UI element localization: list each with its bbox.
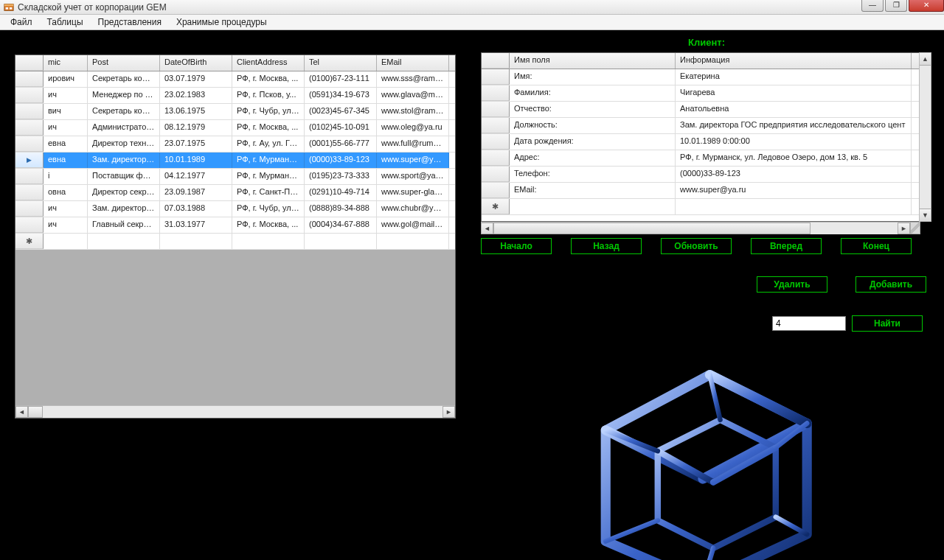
cell-email[interactable]: www.chubr@ya.ru [377,201,449,217]
cell-mic[interactable]: ирович [44,71,88,87]
clients-grid-hscroll[interactable]: ◄ ► [15,405,455,418]
cell-tel[interactable]: (0102)45-10-091 [305,120,377,136]
cell-tel[interactable]: (0004)34-67-888 [305,217,377,233]
cell-tel[interactable]: (0888)89-34-888 [305,201,377,217]
cell-info[interactable]: (0000)33-89-123 [676,167,912,182]
scroll-up-icon[interactable]: ▲ [920,53,931,66]
cell-tel[interactable]: (0195)23-73-333 [305,169,377,184]
cell-info[interactable]: 10.01.1989 0:00:00 [676,134,912,150]
table-row[interactable]: овнаДиректор секре...23.09.1987РФ, г. Са… [15,185,455,201]
cell-dob[interactable]: 13.06.1975 [160,104,232,119]
cell-email[interactable]: www.full@rumble... [377,136,449,152]
cell-info[interactable]: Зам. директора ГОС предприятия исследова… [676,118,912,133]
cell-email[interactable]: www.super@ya.ru [377,153,449,168]
col-dob[interactable]: DateOfBirth [160,55,232,71]
cell-post[interactable]: Директор техни... [88,136,160,152]
cell-post[interactable]: Зам. директора ... [88,201,160,217]
cell-dob[interactable]: 04.12.1977 [160,169,232,184]
cell-addr[interactable]: РФ, г. Москва, ... [232,120,305,136]
scroll-thumb[interactable] [28,406,43,418]
cell-dob[interactable]: 31.03.1977 [160,217,232,233]
cell-addr[interactable]: РФ, г. Мурманс... [232,169,305,184]
detail-row[interactable]: Телефон:(0000)33-89-123 [482,167,920,183]
cell-info[interactable]: Екатерина [676,69,912,85]
detail-scroll-left-icon[interactable]: ◄ [481,223,493,234]
cell-email[interactable]: www.glava@mail... [377,88,449,103]
cell-mic[interactable]: ич [44,217,88,233]
last-button[interactable]: Конец [841,238,912,254]
cell-post[interactable]: Менеджер по пр... [88,88,160,103]
cell-post[interactable]: Поставщик фир... [88,169,160,184]
cell-email[interactable]: www.super-glava... [377,185,449,200]
cell-email[interactable]: www.gol@mail.ru [377,217,449,233]
cell-mic[interactable]: вич [44,104,88,119]
table-row[interactable]: вичСекретарь комп...13.06.1975РФ, г. Чуб… [15,104,455,120]
table-row[interactable]: ировичСекретарь комп...03.07.1979РФ, г. … [15,71,455,88]
clients-grid[interactable]: mic Post DateOfBirth ClientAddress Tel E… [15,55,456,419]
cell-dob[interactable]: 23.07.1975 [160,136,232,152]
row-header[interactable] [482,118,510,133]
cell-email[interactable]: www.stol@rambl... [377,104,449,119]
col-mic[interactable]: mic [44,55,88,71]
detail-row[interactable]: Адрес:РФ, г. Мурманск, ул. Ледовое Озеро… [482,150,920,167]
cell-dob[interactable]: 23.09.1987 [160,185,232,200]
cell-post[interactable]: Секретарь комп... [88,71,160,87]
row-header[interactable] [482,199,510,214]
cell-addr[interactable]: РФ, г. Санкт-Пе... [232,185,305,200]
menu-procs[interactable]: Хранимые процедуры [169,15,274,29]
row-header[interactable] [482,134,510,150]
cell-post[interactable]: Директор секре... [88,185,160,200]
prev-button[interactable]: Назад [571,238,642,254]
cell-dob[interactable]: 23.02.1983 [160,88,232,103]
cell-addr[interactable]: РФ, г. Москва, ... [232,71,305,87]
row-header[interactable] [482,85,510,101]
cell-addr[interactable]: РФ, г. Москва, ... [232,217,305,233]
scroll-right-icon[interactable]: ► [442,406,455,418]
cell-tel[interactable]: (0001)55-66-777 [305,136,377,152]
find-button[interactable]: Найти [852,315,923,332]
minimize-button[interactable]: — [861,0,884,12]
cell-post[interactable]: Зам. директора ... [88,153,160,168]
row-header[interactable] [15,169,44,184]
scroll-down-icon[interactable]: ▼ [920,209,931,221]
table-row[interactable]: ичГлавный секрет...31.03.1977РФ, г. Моск… [15,217,455,234]
resize-grip-icon[interactable] [910,222,920,234]
cell-addr[interactable]: РФ, г. Чубр, ул. ... [232,104,305,119]
table-row[interactable]: евнаДиректор техни...23.07.1975РФ, г. Ау… [15,136,455,153]
cell-email[interactable]: www.sss@rambl... [377,71,449,87]
cell-fieldname[interactable]: Имя: [510,69,676,85]
col-email[interactable]: EMail [377,55,449,71]
cell-mic[interactable]: евна [44,136,88,152]
col-post[interactable]: Post [88,55,160,71]
row-header[interactable] [482,69,510,85]
menu-tables[interactable]: Таблицы [40,15,91,29]
cell-dob[interactable]: 10.01.1989 [160,153,232,168]
cell-info[interactable]: Чигарева [676,85,912,101]
table-row[interactable]: ичАдминистратор ...08.12.1979РФ, г. Моск… [15,120,455,136]
cell-dob[interactable]: 08.12.1979 [160,120,232,136]
row-header[interactable] [482,102,510,117]
menu-views[interactable]: Представления [91,15,169,29]
cell-email[interactable]: www.oleg@ya.ru [377,120,449,136]
cell-dob[interactable]: 07.03.1988 [160,201,232,217]
detail-grid[interactable]: Имя поля Информация Имя:ЕкатеринаФамилия… [481,52,920,222]
cell-mic[interactable]: ич [44,201,88,217]
cell-post[interactable]: Секретарь комп... [88,104,160,119]
col-fieldname[interactable]: Имя поля [510,53,676,69]
detail-grid-hscroll[interactable]: ◄ ► [481,222,910,234]
detail-row[interactable]: Фамилия:Чигарева [482,85,920,102]
cell-mic[interactable]: ич [44,120,88,136]
cell-addr[interactable]: РФ, г. Ау, ул. Гл... [232,136,305,152]
row-header[interactable] [15,136,44,152]
cell-info[interactable]: РФ, г. Мурманск, ул. Ледовое Озеро, дом … [676,150,912,166]
row-header[interactable] [15,104,44,119]
cell-mic[interactable]: овна [44,185,88,200]
cell-email[interactable]: www.sport@ya.ru [377,169,449,184]
close-button[interactable]: ✕ [909,0,944,12]
cell-tel[interactable]: (0291)10-49-714 [305,185,377,200]
first-button[interactable]: Начало [481,238,552,254]
add-button[interactable]: Добавить [856,276,926,293]
cell-post[interactable]: Главный секрет... [88,217,160,233]
search-input[interactable] [772,316,846,331]
row-header[interactable] [15,234,44,249]
